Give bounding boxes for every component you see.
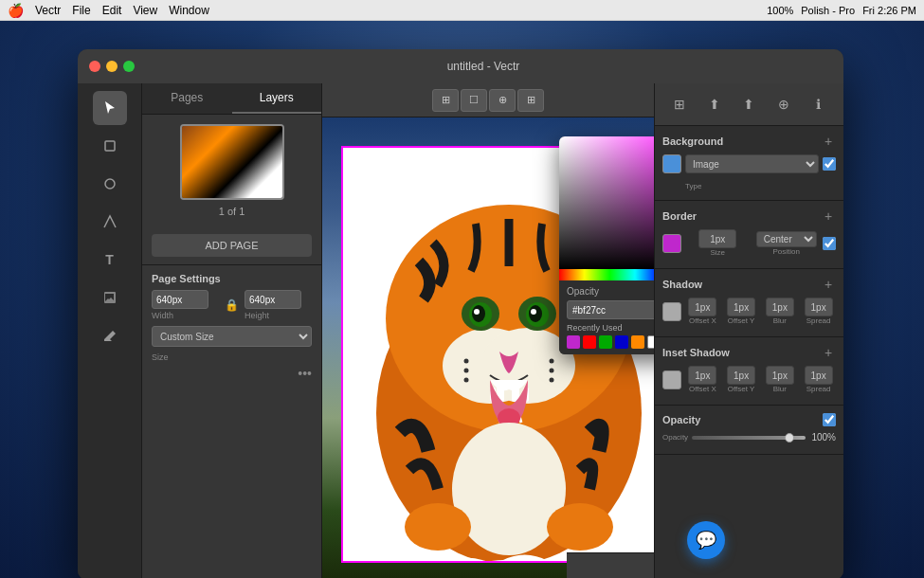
clock: Fri 2:26 PM — [862, 5, 916, 16]
svg-point-28 — [547, 503, 613, 551]
inset-shadow-color-swatch[interactable] — [662, 370, 681, 389]
swatch-6[interactable] — [647, 335, 654, 349]
shadow-add-button[interactable]: + — [821, 277, 836, 292]
inset-blur-input[interactable] — [766, 366, 794, 385]
rp-share-icon[interactable]: ⬆ — [735, 91, 762, 117]
menu-view[interactable]: View — [133, 4, 157, 17]
border-position-select[interactable]: Center — [756, 231, 817, 247]
opacity-slider-thumb — [785, 433, 794, 443]
minimize-button[interactable] — [106, 61, 118, 72]
distribute-btn[interactable]: ⊞ — [517, 89, 544, 112]
opacity-checkbox[interactable] — [823, 413, 836, 426]
shadow-blur-input[interactable] — [766, 298, 794, 316]
apple-menu[interactable]: 🍎 — [8, 3, 24, 18]
menu-edit[interactable]: Edit — [102, 4, 122, 17]
border-add-button[interactable]: + — [821, 208, 836, 224]
add-page-button[interactable]: ADD PAGE — [152, 234, 312, 257]
width-group: Width — [152, 290, 219, 320]
inset-offset-x-input[interactable] — [688, 366, 716, 385]
main-window: untitled - Vectr — [78, 49, 843, 578]
shape-tool[interactable] — [93, 167, 127, 201]
color-hex-row: 🔍 — [567, 300, 654, 319]
border-visible-checkbox[interactable] — [823, 237, 836, 250]
align-center-btn[interactable]: ☐ — [461, 89, 487, 112]
inset-offset-x-label: Offset X — [689, 385, 716, 393]
border-section-header: Border + — [662, 208, 836, 224]
background-add-button[interactable]: + — [821, 134, 836, 149]
color-picker-popup[interactable]: Opacity 100% 🔍 Recently Used — [559, 136, 654, 354]
size-select[interactable]: Custom Size — [152, 326, 312, 347]
align-left-btn[interactable]: ⊞ — [432, 89, 459, 112]
menu-bar-right: 100% Polish - Pro Fri 2:26 PM — [767, 5, 916, 16]
opacity-row: Opacity 100% — [662, 432, 836, 443]
shadow-color-swatch[interactable] — [662, 302, 681, 321]
inset-offset-y-label: Offset Y — [728, 385, 755, 393]
chat-button[interactable]: 💬 — [687, 521, 725, 559]
background-type-select[interactable]: Image — [685, 154, 819, 173]
shadow-offset-x-label: Offset X — [689, 316, 716, 325]
hue-bar[interactable] — [559, 269, 654, 280]
inset-offset-y-input[interactable] — [727, 366, 755, 385]
tab-layers[interactable]: Layers — [232, 83, 322, 114]
width-label: Width — [152, 311, 219, 320]
select-tool[interactable] — [93, 91, 127, 125]
align-right-btn[interactable]: ⊕ — [489, 89, 516, 112]
swatch-5[interactable] — [631, 335, 644, 349]
svg-point-25 — [550, 378, 554, 383]
svg-point-26 — [452, 423, 566, 555]
border-size-input[interactable] — [698, 229, 736, 248]
page-thumbnail[interactable] — [180, 124, 284, 200]
shadow-spread-input[interactable] — [805, 298, 833, 316]
shadow-section: Shadow + Offset X Offset Y — [655, 269, 843, 337]
color-gradient[interactable] — [559, 136, 654, 269]
border-size-group: Size — [685, 229, 751, 257]
hex-input[interactable] — [567, 300, 654, 319]
rp-add-icon[interactable]: ⊕ — [770, 91, 797, 117]
title-bar: untitled - Vectr — [78, 49, 843, 83]
opacity-section-header: Opacity — [662, 413, 836, 426]
shadow-offset-y-input[interactable] — [727, 298, 755, 316]
right-panel: ⊞ ⬆ ⬆ ⊕ ℹ Background + Image — [654, 83, 843, 578]
swatch-2[interactable] — [583, 335, 596, 349]
menu-file[interactable]: File — [72, 4, 90, 17]
menu-vectr[interactable]: Vectr — [35, 4, 61, 17]
pen-tool[interactable] — [93, 129, 127, 163]
inset-y-group: Offset Y — [724, 366, 759, 393]
opacity-label: Opacity — [567, 286, 599, 297]
shadow-section-header: Shadow + — [662, 277, 836, 292]
svg-point-27 — [405, 503, 471, 551]
traffic-lights — [89, 61, 135, 72]
tab-pages[interactable]: Pages — [142, 83, 232, 114]
menu-window[interactable]: Window — [169, 4, 209, 17]
shadow-x-group: Offset X — [685, 298, 720, 325]
swatch-4[interactable] — [615, 335, 628, 349]
page-counter: 1 of 1 — [219, 206, 245, 217]
opacity-slider[interactable] — [692, 436, 806, 440]
canvas-document-area[interactable]: Opacity 100% 🔍 Recently Used — [322, 117, 654, 578]
height-input[interactable] — [245, 290, 301, 309]
shadow-title: Shadow — [662, 279, 702, 290]
rp-info-icon[interactable]: ℹ — [806, 91, 832, 117]
color-swatches — [567, 335, 654, 349]
swatch-1[interactable] — [567, 335, 580, 349]
close-button[interactable] — [89, 61, 100, 72]
border-color-swatch[interactable] — [662, 234, 681, 253]
page-thumbnail-area: 1 of 1 — [142, 115, 321, 226]
image-tool[interactable] — [93, 280, 127, 315]
maximize-button[interactable] — [123, 61, 135, 72]
height-group: Height — [245, 290, 312, 320]
swatch-3[interactable] — [599, 335, 612, 349]
inset-spread-input[interactable] — [805, 366, 833, 385]
shadow-offset-x-input[interactable] — [688, 298, 716, 316]
eraser-tool[interactable] — [93, 318, 127, 352]
background-section: Background + Image Type — [655, 126, 843, 201]
background-visible-checkbox[interactable] — [823, 157, 836, 171]
more-options[interactable]: ••• — [142, 362, 321, 385]
background-color-swatch[interactable] — [662, 154, 681, 173]
rp-arrange-icon[interactable]: ⊞ — [666, 91, 693, 117]
inset-shadow-add-button[interactable]: + — [821, 345, 836, 360]
path-tool[interactable] — [93, 205, 127, 239]
text-tool[interactable]: T — [93, 243, 127, 277]
width-input[interactable] — [152, 290, 208, 309]
rp-export-icon[interactable]: ⬆ — [701, 91, 728, 117]
